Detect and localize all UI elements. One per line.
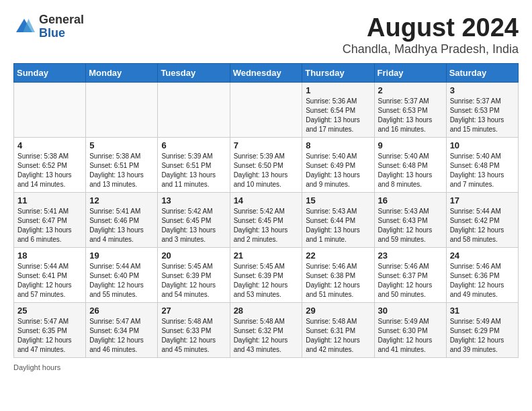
day-info: Sunrise: 5:48 AM Sunset: 6:33 PM Dayligh… <box>161 317 226 355</box>
day-number: 9 <box>378 140 443 150</box>
day-info: Sunrise: 5:43 AM Sunset: 6:43 PM Dayligh… <box>378 207 443 244</box>
calendar-cell: 28Sunrise: 5:48 AM Sunset: 6:32 PM Dayli… <box>230 303 302 358</box>
day-number: 20 <box>161 250 226 261</box>
day-number: 7 <box>234 140 299 150</box>
calendar-cell: 6Sunrise: 5:39 AM Sunset: 6:51 PM Daylig… <box>158 138 230 193</box>
calendar-cell <box>86 83 158 138</box>
calendar-week-3: 11Sunrise: 5:41 AM Sunset: 6:47 PM Dayli… <box>14 193 519 248</box>
calendar-cell <box>158 83 230 138</box>
calendar-header-tuesday: Tuesday <box>158 64 230 83</box>
calendar-cell: 31Sunrise: 5:49 AM Sunset: 6:29 PM Dayli… <box>446 303 518 358</box>
day-number: 29 <box>306 306 370 316</box>
logo: General Blue <box>13 13 84 40</box>
day-number: 13 <box>161 195 226 205</box>
calendar-header-sunday: Sunday <box>14 64 86 83</box>
day-info: Sunrise: 5:36 AM Sunset: 6:54 PM Dayligh… <box>306 97 370 134</box>
day-info: Sunrise: 5:40 AM Sunset: 6:49 PM Dayligh… <box>306 152 370 189</box>
logo-line2: Blue <box>39 27 84 40</box>
day-info: Sunrise: 5:44 AM Sunset: 6:42 PM Dayligh… <box>450 207 515 244</box>
day-info: Sunrise: 5:48 AM Sunset: 6:31 PM Dayligh… <box>306 317 370 355</box>
day-number: 14 <box>234 195 299 205</box>
day-info: Sunrise: 5:40 AM Sunset: 6:48 PM Dayligh… <box>378 152 443 189</box>
calendar-cell: 27Sunrise: 5:48 AM Sunset: 6:33 PM Dayli… <box>158 303 230 358</box>
calendar-cell: 10Sunrise: 5:40 AM Sunset: 6:48 PM Dayli… <box>446 138 518 193</box>
day-number: 31 <box>450 306 515 316</box>
calendar-cell: 23Sunrise: 5:46 AM Sunset: 6:37 PM Dayli… <box>374 248 446 303</box>
calendar-cell: 7Sunrise: 5:39 AM Sunset: 6:50 PM Daylig… <box>230 138 302 193</box>
calendar-cell: 26Sunrise: 5:47 AM Sunset: 6:34 PM Dayli… <box>86 303 158 358</box>
calendar-cell: 3Sunrise: 5:37 AM Sunset: 6:53 PM Daylig… <box>446 83 518 138</box>
day-info: Sunrise: 5:40 AM Sunset: 6:48 PM Dayligh… <box>450 152 515 189</box>
page-title: August 2024 <box>343 13 519 42</box>
calendar-week-1: 1Sunrise: 5:36 AM Sunset: 6:54 PM Daylig… <box>14 83 519 138</box>
calendar-cell: 24Sunrise: 5:46 AM Sunset: 6:36 PM Dayli… <box>446 248 518 303</box>
day-number: 30 <box>378 306 443 316</box>
calendar-cell: 12Sunrise: 5:41 AM Sunset: 6:46 PM Dayli… <box>86 193 158 248</box>
day-number: 8 <box>306 140 370 150</box>
day-number: 18 <box>17 250 82 261</box>
calendar-cell: 8Sunrise: 5:40 AM Sunset: 6:49 PM Daylig… <box>302 138 374 193</box>
calendar-week-2: 4Sunrise: 5:38 AM Sunset: 6:52 PM Daylig… <box>14 138 519 193</box>
calendar-header-wednesday: Wednesday <box>230 64 302 83</box>
day-number: 17 <box>450 195 515 205</box>
calendar-header-friday: Friday <box>374 64 446 83</box>
day-info: Sunrise: 5:49 AM Sunset: 6:30 PM Dayligh… <box>378 317 443 355</box>
day-number: 2 <box>378 85 443 95</box>
calendar-cell: 1Sunrise: 5:36 AM Sunset: 6:54 PM Daylig… <box>302 83 374 138</box>
day-info: Sunrise: 5:49 AM Sunset: 6:29 PM Dayligh… <box>450 317 515 355</box>
day-info: Sunrise: 5:44 AM Sunset: 6:40 PM Dayligh… <box>89 262 154 300</box>
calendar-cell: 29Sunrise: 5:48 AM Sunset: 6:31 PM Dayli… <box>302 303 374 358</box>
calendar-cell: 15Sunrise: 5:43 AM Sunset: 6:44 PM Dayli… <box>302 193 374 248</box>
calendar-header-row: SundayMondayTuesdayWednesdayThursdayFrid… <box>14 64 519 83</box>
day-info: Sunrise: 5:39 AM Sunset: 6:50 PM Dayligh… <box>234 152 299 189</box>
day-info: Sunrise: 5:46 AM Sunset: 6:38 PM Dayligh… <box>306 262 370 300</box>
day-info: Sunrise: 5:37 AM Sunset: 6:53 PM Dayligh… <box>378 97 443 134</box>
day-number: 26 <box>89 306 154 316</box>
day-info: Sunrise: 5:41 AM Sunset: 6:47 PM Dayligh… <box>17 207 82 244</box>
calendar-cell: 25Sunrise: 5:47 AM Sunset: 6:35 PM Dayli… <box>14 303 86 358</box>
calendar-week-5: 25Sunrise: 5:47 AM Sunset: 6:35 PM Dayli… <box>14 303 519 358</box>
day-number: 24 <box>450 250 515 261</box>
calendar-cell: 30Sunrise: 5:49 AM Sunset: 6:30 PM Dayli… <box>374 303 446 358</box>
day-number: 10 <box>450 140 515 150</box>
calendar-cell: 13Sunrise: 5:42 AM Sunset: 6:45 PM Dayli… <box>158 193 230 248</box>
title-area: August 2024 Chandla, Madhya Pradesh, Ind… <box>343 13 519 56</box>
day-info: Sunrise: 5:45 AM Sunset: 6:39 PM Dayligh… <box>161 262 226 300</box>
calendar-table: SundayMondayTuesdayWednesdayThursdayFrid… <box>13 63 519 358</box>
logo-line1: General <box>39 13 84 27</box>
day-info: Sunrise: 5:43 AM Sunset: 6:44 PM Dayligh… <box>306 207 370 244</box>
logo-icon <box>13 16 35 38</box>
day-info: Sunrise: 5:45 AM Sunset: 6:39 PM Dayligh… <box>234 262 299 300</box>
page-subtitle: Chandla, Madhya Pradesh, India <box>343 42 519 56</box>
day-number: 11 <box>17 195 82 205</box>
day-number: 21 <box>234 250 299 261</box>
day-number: 16 <box>378 195 443 205</box>
footer-note: Daylight hours <box>13 363 519 371</box>
day-info: Sunrise: 5:38 AM Sunset: 6:51 PM Dayligh… <box>89 152 154 189</box>
day-info: Sunrise: 5:42 AM Sunset: 6:45 PM Dayligh… <box>234 207 299 244</box>
calendar-cell: 11Sunrise: 5:41 AM Sunset: 6:47 PM Dayli… <box>14 193 86 248</box>
day-number: 28 <box>234 306 299 316</box>
day-number: 12 <box>89 195 154 205</box>
calendar-cell <box>14 83 86 138</box>
calendar-cell: 20Sunrise: 5:45 AM Sunset: 6:39 PM Dayli… <box>158 248 230 303</box>
calendar-header-saturday: Saturday <box>446 64 518 83</box>
calendar-cell: 16Sunrise: 5:43 AM Sunset: 6:43 PM Dayli… <box>374 193 446 248</box>
day-number: 5 <box>89 140 154 150</box>
calendar-cell: 4Sunrise: 5:38 AM Sunset: 6:52 PM Daylig… <box>14 138 86 193</box>
day-number: 19 <box>89 250 154 261</box>
day-number: 23 <box>378 250 443 261</box>
day-number: 3 <box>450 85 515 95</box>
calendar-cell <box>230 83 302 138</box>
day-number: 25 <box>17 306 82 316</box>
day-number: 15 <box>306 195 370 205</box>
day-info: Sunrise: 5:41 AM Sunset: 6:46 PM Dayligh… <box>89 207 154 244</box>
calendar-cell: 5Sunrise: 5:38 AM Sunset: 6:51 PM Daylig… <box>86 138 158 193</box>
calendar-cell: 22Sunrise: 5:46 AM Sunset: 6:38 PM Dayli… <box>302 248 374 303</box>
day-info: Sunrise: 5:47 AM Sunset: 6:35 PM Dayligh… <box>17 317 82 355</box>
calendar-header-monday: Monday <box>86 64 158 83</box>
day-info: Sunrise: 5:47 AM Sunset: 6:34 PM Dayligh… <box>89 317 154 355</box>
page-header: General Blue August 2024 Chandla, Madhya… <box>13 13 519 56</box>
day-number: 1 <box>306 85 370 95</box>
calendar-cell: 19Sunrise: 5:44 AM Sunset: 6:40 PM Dayli… <box>86 248 158 303</box>
